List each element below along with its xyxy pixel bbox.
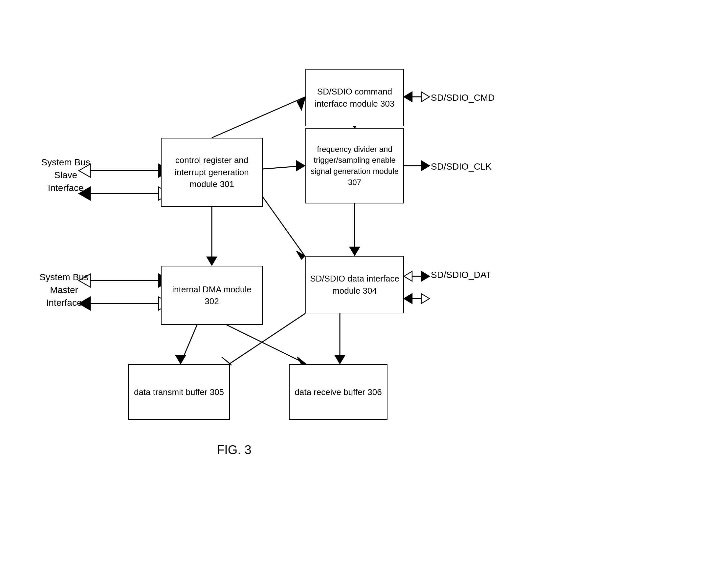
system-bus-slave-label: System Bus Slave Interface (38, 156, 94, 195)
svg-line-12 (212, 97, 305, 138)
sd-dat-signal-label: SD/SDIO_DAT (431, 269, 492, 281)
data-receive-box: data receive buffer 306 (289, 364, 387, 420)
diagram-container: control register and interrupt generatio… (20, 26, 708, 538)
svg-marker-23 (207, 257, 217, 265)
system-bus-master-text: System Bus Master Interface (39, 272, 88, 308)
svg-marker-25 (297, 251, 305, 259)
svg-marker-43 (404, 294, 412, 303)
freq-divider-box: frequency divider and trigger/sampling e… (305, 128, 404, 204)
sd-cmd-text: SD/SDIO_CMD (431, 93, 495, 103)
svg-marker-44 (421, 294, 430, 303)
freq-divider-label: frequency divider and trigger/sampling e… (309, 144, 400, 188)
fig-label-text: FIG. 3 (217, 443, 252, 457)
svg-line-26 (181, 325, 197, 363)
sd-clk-signal-label: SD/SDIO_CLK (431, 160, 492, 173)
control-register-box: control register and interrupt generatio… (161, 138, 263, 207)
internal-dma-box: internal DMA module 302 (161, 266, 263, 325)
svg-marker-33 (335, 355, 345, 363)
sd-clk-text: SD/SDIO_CLK (431, 162, 492, 172)
sd-cmd-signal-label: SD/SDIO_CMD (431, 91, 495, 104)
svg-marker-21 (350, 247, 360, 255)
svg-line-14 (263, 166, 305, 169)
control-register-label: control register and interrupt generatio… (165, 154, 259, 190)
svg-marker-27 (176, 355, 186, 363)
data-transmit-box: data transmit buffer 305 (128, 364, 230, 420)
system-bus-master-label: System Bus Master Interface (34, 271, 94, 309)
figure-label: FIG. 3 (217, 443, 252, 457)
svg-marker-35 (421, 92, 430, 102)
data-receive-label: data receive buffer 306 (295, 386, 382, 398)
internal-dma-label: internal DMA module 302 (165, 283, 259, 307)
sd-command-box: SD/SDIO command interface module 303 (305, 69, 404, 126)
system-bus-slave-text: System Bus Slave Interface (41, 157, 90, 193)
sd-data-box: SD/SDIO data interface module 304 (305, 256, 404, 313)
svg-marker-36 (404, 92, 412, 102)
svg-line-28 (227, 325, 305, 363)
svg-marker-40 (404, 272, 412, 281)
sd-command-label: SD/SDIO command interface module 303 (309, 86, 400, 110)
svg-marker-41 (421, 272, 430, 281)
sd-dat-text: SD/SDIO_DAT (431, 270, 492, 280)
svg-marker-13 (297, 97, 305, 110)
svg-marker-15 (297, 161, 305, 171)
svg-marker-38 (421, 161, 430, 171)
sd-data-label: SD/SDIO data interface module 304 (309, 273, 400, 296)
data-transmit-label: data transmit buffer 305 (134, 386, 224, 398)
svg-line-24 (263, 197, 305, 256)
